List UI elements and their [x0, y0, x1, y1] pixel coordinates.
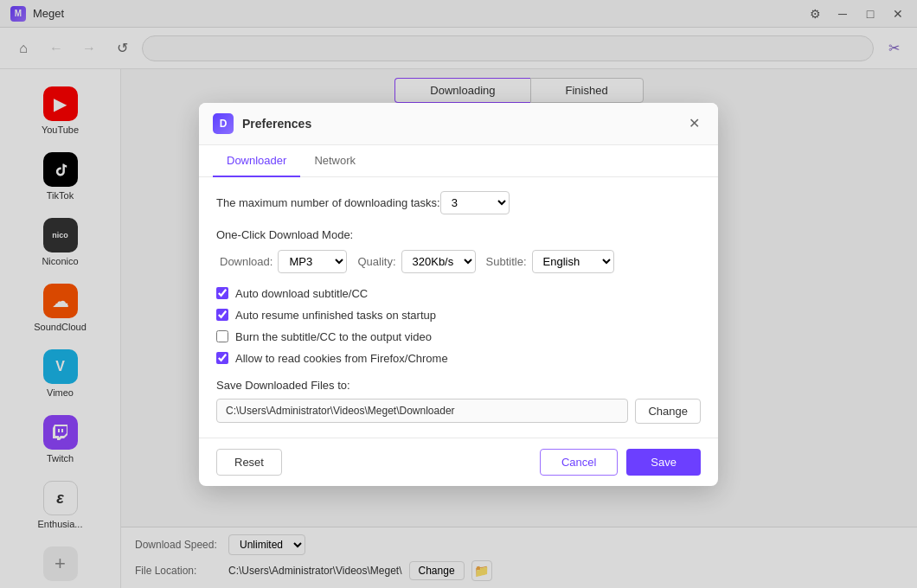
checkbox-burn-subtitle: Burn the subtitle/CC to the output video	[216, 330, 701, 343]
max-tasks-select[interactable]: 1 2 3 4 5	[440, 191, 510, 214]
max-tasks-row: The maximum number of downloading tasks:…	[216, 191, 701, 214]
checkbox-burn-subtitle-input[interactable]	[216, 330, 228, 342]
checkbox-auto-resume-label[interactable]: Auto resume unfinished tasks on startup	[235, 309, 436, 322]
quality-label: Quality:	[357, 255, 395, 268]
tab-network[interactable]: Network	[300, 145, 369, 177]
save-path-change-button[interactable]: Change	[635, 399, 701, 424]
download-group: Download: MP3 MP4 MKV	[220, 250, 347, 273]
save-to-section: Save Downloaded Files to: Change	[216, 379, 701, 424]
one-click-title: One-Click Download Mode:	[216, 228, 701, 241]
tab-downloader[interactable]: Downloader	[213, 145, 300, 177]
checkbox-auto-resume-input[interactable]	[216, 309, 228, 321]
save-path-input[interactable]	[216, 399, 628, 423]
subtitle-group: Subtitle: English Spanish French German …	[486, 250, 614, 273]
dialog-footer: Reset Cancel Save	[199, 438, 718, 486]
preferences-dialog: D Preferences ✕ Downloader Network The m…	[199, 103, 718, 486]
save-to-title: Save Downloaded Files to:	[216, 379, 701, 392]
checkbox-auto-resume: Auto resume unfinished tasks on startup	[216, 309, 701, 322]
max-tasks-label: The maximum number of downloading tasks:	[216, 196, 440, 209]
dialog-body: The maximum number of downloading tasks:…	[199, 177, 718, 438]
reset-button[interactable]: Reset	[216, 449, 282, 476]
checkbox-cookies: Allow to read cookies from Firefox/Chrom…	[216, 352, 701, 365]
footer-right: Cancel Save	[540, 449, 701, 476]
checkbox-cookies-label[interactable]: Allow to read cookies from Firefox/Chrom…	[235, 352, 448, 365]
dialog-logo: D	[213, 113, 234, 134]
download-select[interactable]: MP3 MP4 MKV	[278, 250, 347, 273]
subtitle-select[interactable]: English Spanish French German Japanese	[532, 250, 614, 273]
checkbox-auto-subtitle-label[interactable]: Auto download subtitle/CC	[235, 287, 368, 300]
save-button[interactable]: Save	[626, 449, 701, 476]
dialog-tabs: Downloader Network	[199, 145, 718, 177]
one-click-row: Download: MP3 MP4 MKV Quality: 128Kb/s 1…	[216, 250, 701, 273]
dialog-overlay: D Preferences ✕ Downloader Network The m…	[0, 0, 917, 588]
checkbox-auto-subtitle-input[interactable]	[216, 287, 228, 299]
download-label: Download:	[220, 255, 273, 268]
dialog-header: D Preferences ✕	[199, 103, 718, 145]
save-to-row: Change	[216, 399, 701, 424]
dialog-title: Preferences	[242, 117, 683, 131]
checkbox-auto-subtitle: Auto download subtitle/CC	[216, 287, 701, 300]
checkbox-cookies-input[interactable]	[216, 352, 228, 364]
subtitle-label: Subtitle:	[486, 255, 527, 268]
one-click-section: One-Click Download Mode: Download: MP3 M…	[216, 228, 701, 273]
dialog-close-button[interactable]: ✕	[683, 113, 704, 134]
checkbox-burn-subtitle-label[interactable]: Burn the subtitle/CC to the output video	[235, 330, 432, 343]
quality-select[interactable]: 128Kb/s 192Kb/s 256Kb/s 320Kb/s	[401, 250, 476, 273]
quality-group: Quality: 128Kb/s 192Kb/s 256Kb/s 320Kb/s	[357, 250, 475, 273]
cancel-button[interactable]: Cancel	[540, 449, 618, 476]
